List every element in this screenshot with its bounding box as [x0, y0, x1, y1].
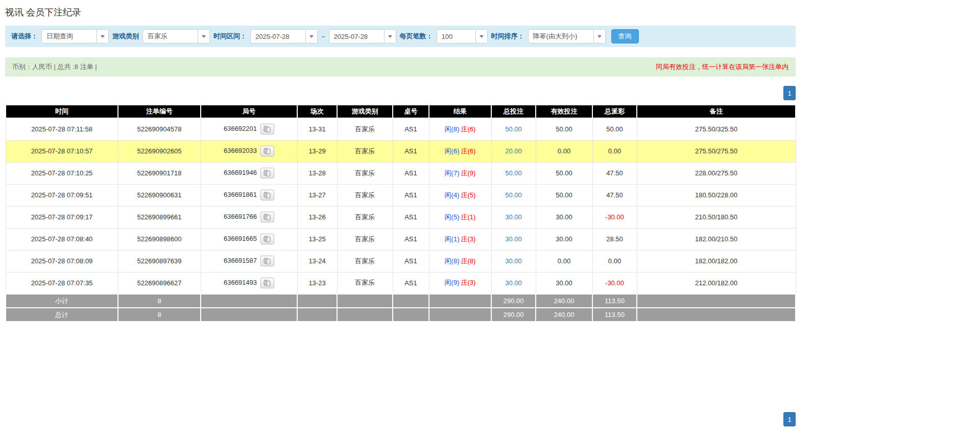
view-round-cards-button[interactable] — [260, 256, 274, 266]
pagination-bottom: 1 — [5, 412, 796, 426]
cell-remark: 275.50/275.50 — [637, 140, 796, 162]
cell-time: 2025-07-28 07:07:35 — [6, 272, 118, 294]
date-from-dropdown-button[interactable] — [305, 30, 317, 43]
cell-payout: 0.00 — [592, 140, 637, 162]
cell-total-bet: 30.00 — [491, 206, 536, 228]
cell-table-no: AS1 — [393, 184, 429, 206]
subtotal-valid-bet: 240.00 — [536, 294, 592, 308]
page-size-select[interactable]: 100 — [437, 29, 488, 43]
cell-valid-bet: 0.00 — [536, 250, 592, 272]
pagination-top: 1 — [5, 86, 796, 100]
cell-valid-bet: 50.00 — [536, 162, 592, 184]
round-id-value: 636692033 — [224, 147, 257, 154]
cell-game-type: 百家乐 — [337, 228, 393, 250]
query-type-dropdown-button[interactable] — [97, 30, 108, 43]
result-player: 闲(9) — [445, 279, 460, 286]
view-round-cards-button[interactable] — [260, 234, 274, 244]
cell-time: 2025-07-28 07:09:51 — [6, 184, 118, 206]
total-bet-link[interactable]: 50.00 — [505, 169, 522, 177]
chevron-down-icon — [597, 35, 602, 38]
view-round-cards-button[interactable] — [260, 190, 274, 200]
date-to-dropdown-button[interactable] — [384, 30, 396, 43]
date-from-value: 2025-07-28 — [251, 30, 305, 43]
total-bet-link[interactable]: 50.00 — [505, 191, 522, 199]
cell-game-type: 百家乐 — [337, 140, 393, 162]
subtotal-total-bet: 290.00 — [491, 294, 536, 308]
result-player: 闲(1) — [445, 235, 460, 243]
cell-table-no: AS1 — [393, 206, 429, 228]
view-round-cards-button[interactable] — [260, 168, 274, 178]
cell-result: 闲(7)庄(9) — [429, 162, 491, 184]
page-button-1-bottom[interactable]: 1 — [783, 412, 796, 426]
search-button[interactable]: 查询 — [611, 29, 639, 43]
cell-bet-id: 522690900631 — [118, 184, 201, 206]
time-sort-dropdown-button[interactable] — [593, 30, 605, 43]
cell-game-type: 百家乐 — [337, 162, 393, 184]
cell-game-type: 百家乐 — [337, 184, 393, 206]
date-to-select[interactable]: 2025-07-28 — [329, 29, 396, 43]
view-round-cards-button[interactable] — [260, 212, 274, 222]
cell-time: 2025-07-28 07:10:25 — [6, 162, 118, 184]
time-sort-select[interactable]: 降幂(由大到小) — [528, 29, 606, 43]
result-banker: 庄(8) — [461, 257, 476, 265]
cell-time: 2025-07-28 07:09:17 — [6, 206, 118, 228]
round-id-value: 636691493 — [224, 279, 257, 286]
cell-game-type: 百家乐 — [337, 206, 393, 228]
header-game-type: 游戏类别 — [337, 105, 393, 118]
result-banker: 庄(6) — [461, 125, 476, 133]
cell-valid-bet: 30.00 — [536, 206, 592, 228]
total-bet-link[interactable]: 30.00 — [505, 279, 522, 287]
view-round-cards-button[interactable] — [260, 124, 274, 134]
result-player: 闲(4) — [445, 191, 460, 199]
date-from-select[interactable]: 2025-07-28 — [250, 29, 318, 43]
total-bet-link[interactable]: 30.00 — [505, 257, 522, 265]
cell-round-id: 636691861 — [201, 184, 297, 206]
total-bet-link[interactable]: 50.00 — [505, 125, 522, 133]
cell-total-bet: 20.00 — [491, 140, 536, 162]
header-total-bet: 总投注 — [491, 105, 536, 118]
cell-remark: 210.50/180.50 — [637, 206, 796, 228]
view-round-cards-button[interactable] — [260, 278, 274, 288]
game-type-dropdown-button[interactable] — [198, 30, 209, 43]
subtotal-count: 8 — [118, 294, 201, 308]
game-type-select[interactable]: 百家乐 — [142, 29, 210, 43]
cell-total-bet: 50.00 — [491, 118, 536, 140]
table-row: 2025-07-28 07:08:09 522690897639 6366915… — [6, 250, 796, 272]
result-banker: 庄(6) — [461, 147, 476, 155]
cell-round-id: 636691946 — [201, 162, 297, 184]
chevron-down-icon — [309, 35, 314, 38]
table-row: 2025-07-28 07:09:51 522690900631 6366918… — [6, 184, 796, 206]
page-size-dropdown-button[interactable] — [475, 30, 487, 43]
page-button-1[interactable]: 1 — [783, 86, 796, 100]
header-round-id: 局号 — [201, 105, 297, 118]
result-banker: 庄(3) — [461, 235, 476, 243]
total-count: 8 — [118, 308, 201, 322]
cell-payout: -30.00 — [592, 206, 637, 228]
result-banker: 庄(3) — [461, 279, 476, 286]
cards-icon — [264, 126, 271, 132]
cell-session: 13-23 — [297, 272, 337, 294]
total-bet-link[interactable]: 30.00 — [505, 235, 522, 243]
cell-table-no: AS1 — [393, 140, 429, 162]
cards-icon — [264, 280, 271, 286]
filter-bar: 请选择： 日期查询 游戏类别 百家乐 时间区间： 2025-07-28 ~ 20… — [5, 26, 796, 47]
cell-session: 13-29 — [297, 140, 337, 162]
date-range-label: 时间区间： — [213, 32, 247, 41]
result-player: 闲(7) — [445, 169, 460, 177]
cell-payout: 47.50 — [592, 162, 637, 184]
cell-remark: 275.50/325.50 — [637, 118, 796, 140]
cards-icon — [264, 236, 271, 242]
cell-table-no: AS1 — [393, 250, 429, 272]
header-time: 时间 — [6, 105, 118, 118]
cell-session: 13-28 — [297, 162, 337, 184]
cell-result: 闲(4)庄(5) — [429, 184, 491, 206]
game-type-value: 百家乐 — [143, 30, 198, 43]
cell-remark: 182.00/210.50 — [637, 228, 796, 250]
view-round-cards-button[interactable] — [260, 146, 274, 156]
query-type-select[interactable]: 日期查询 — [41, 29, 109, 43]
chevron-down-icon — [480, 35, 484, 38]
cell-round-id: 636692033 — [201, 140, 297, 162]
total-bet-link[interactable]: 20.00 — [505, 147, 522, 155]
cell-total-bet: 30.00 — [491, 228, 536, 250]
total-bet-link[interactable]: 30.00 — [505, 213, 522, 221]
